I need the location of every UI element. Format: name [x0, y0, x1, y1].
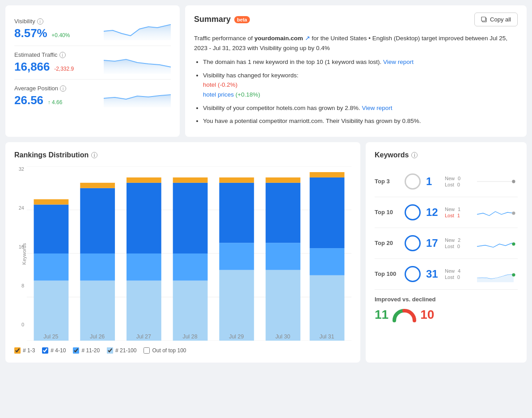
legend-checkbox-21-100[interactable]	[107, 347, 113, 354]
keywords-top10-section: Top 10 12 New 1 Lost 1	[375, 197, 518, 228]
summary-title: Summary beta	[194, 15, 250, 24]
top3-sparkline	[477, 173, 518, 190]
bar-jul31-11-20	[310, 248, 345, 275]
legend-out-top100: Out of top 100	[144, 347, 186, 354]
svg-point-18	[512, 273, 515, 276]
bar-jul26-11-20	[80, 253, 115, 281]
hotel-prices-change: (+0.18%)	[236, 91, 260, 98]
bar-jul27-1-3	[127, 177, 161, 183]
bar-jul30-11-20	[266, 243, 300, 270]
keywords-info-icon[interactable]: i	[411, 152, 418, 158]
improved-vs-declined-section: Improved vs. declined 11 10	[375, 290, 518, 323]
visibility-change: +0.40%	[51, 32, 70, 38]
keywords-panel: Keywords i Top 3 1 New 0 Lost 0	[366, 142, 527, 363]
bar-jul29-11-20	[219, 243, 254, 270]
improved-count: 11	[375, 308, 388, 322]
position-change: ↑ 4.66	[48, 99, 63, 106]
top20-sparkline	[477, 234, 518, 252]
bar-jul29-4-10	[219, 183, 254, 243]
top3-circle	[405, 173, 421, 190]
bar-jul30-21-100	[266, 270, 300, 341]
legend-1-3: # 1-3	[14, 347, 35, 354]
bar-jul31-1-3	[310, 172, 345, 177]
visibility-label: Visibility	[14, 18, 35, 25]
legend-21-100: # 21-100	[107, 347, 136, 354]
bar-jul30-4-10	[266, 183, 300, 243]
hotel-prices-keyword-link[interactable]: hotel prices	[203, 91, 234, 98]
top20-value: 17	[426, 237, 439, 249]
legend-checkbox-out-100[interactable]	[144, 347, 150, 354]
position-info-icon[interactable]: i	[60, 85, 66, 92]
top3-new-lost: New 0 Lost 0	[445, 176, 472, 187]
metrics-panel: Visibility i 8.57% +0.40%	[5, 5, 180, 137]
hotel-change: (-0.2%)	[218, 81, 237, 88]
svg-text:Jul 31: Jul 31	[319, 333, 334, 339]
rankings-title: Rankings Distribution i	[14, 151, 351, 159]
position-label: Average Position	[14, 85, 58, 92]
bar-jul28-21-100	[173, 280, 208, 340]
svg-point-16	[512, 211, 515, 215]
bar-jul28-11-20	[173, 253, 208, 281]
top10-value: 12	[426, 206, 439, 219]
summary-intro: Traffic performance of yourdomain.com ↗ …	[194, 34, 518, 53]
svg-text:Jul 29: Jul 29	[229, 333, 244, 339]
bar-jul25-1-3	[34, 199, 69, 204]
traffic-info-icon[interactable]: i	[59, 52, 66, 58]
svg-text:Jul 28: Jul 28	[182, 333, 197, 339]
traffic-change: -2,332.9	[54, 66, 74, 72]
traffic-metric: Estimated Traffic i 16,866 -2,332.9	[14, 46, 171, 80]
keywords-top3-section: Top 3 1 New 0 Lost 0	[375, 166, 518, 197]
bar-jul29-1-3	[219, 177, 254, 183]
position-sparkline	[104, 85, 171, 107]
improved-vs-declined-title: Improved vs. declined	[375, 296, 518, 303]
legend-checkbox-4-10[interactable]	[42, 347, 48, 354]
bar-jul27-21-100	[127, 280, 161, 340]
top3-value: 1	[426, 175, 439, 188]
position-metric: Average Position i 26.56 ↑ 4.66	[14, 80, 171, 113]
position-value: 26.56	[14, 93, 43, 107]
legend-checkbox-11-20[interactable]	[73, 347, 79, 354]
bullet-1: The domain has 1 new keyword in the top …	[203, 57, 518, 67]
top100-value: 31	[426, 268, 439, 280]
visibility-info-icon[interactable]: i	[37, 18, 43, 25]
traffic-value: 16,866	[14, 60, 50, 73]
bar-jul31-21-100	[310, 275, 345, 341]
domain-link[interactable]: ↗	[305, 35, 310, 42]
chart-legend: # 1-3 # 4-10 # 11-20 # 21-100 Out of top…	[14, 347, 351, 354]
beta-badge: beta	[234, 16, 250, 23]
bar-jul30-1-3	[266, 177, 300, 183]
top10-circle	[405, 204, 421, 220]
legend-checkbox-1-3[interactable]	[14, 347, 21, 354]
top10-new-lost: New 1 Lost 1	[445, 207, 472, 218]
view-report-link-2[interactable]: View report	[362, 105, 392, 111]
rankings-chart: Jul 25 Jul 26 Jul 27 Jul 28 Jul 29 Jul 3…	[27, 166, 351, 341]
top10-sparkline	[477, 203, 518, 221]
view-report-link-1[interactable]: View report	[383, 59, 414, 65]
svg-text:Jul 25: Jul 25	[43, 333, 58, 339]
summary-body: Traffic performance of yourdomain.com ↗ …	[194, 34, 518, 126]
traffic-sparkline	[104, 51, 171, 74]
visibility-value: 8.57%	[14, 26, 47, 40]
summary-header: Summary beta Copy all	[194, 13, 518, 26]
svg-text:Jul 30: Jul 30	[275, 333, 290, 339]
legend-4-10: # 4-10	[42, 347, 66, 354]
top100-new-lost: New 4 Lost 0	[445, 268, 472, 280]
top10-title: Top 10	[375, 209, 399, 215]
hotel-keyword-link[interactable]: hotel	[203, 81, 216, 88]
rankings-info-icon[interactable]: i	[91, 152, 97, 158]
bar-jul28-1-3	[173, 177, 208, 183]
top20-title: Top 20	[375, 240, 399, 246]
summary-bullets: The domain has 1 new keyword in the top …	[203, 57, 518, 126]
top100-sparkline	[477, 265, 518, 283]
copy-all-button[interactable]: Copy all	[474, 13, 518, 26]
visibility-metric: Visibility i 8.57% +0.40%	[14, 13, 171, 46]
bar-jul25-11-20	[34, 253, 69, 281]
top100-circle	[405, 266, 421, 282]
traffic-label: Estimated Traffic	[14, 51, 58, 58]
keywords-title: Keywords i	[375, 151, 518, 159]
svg-text:Jul 27: Jul 27	[136, 333, 151, 339]
bar-jul27-4-10	[127, 183, 161, 253]
top20-new-lost: New 2 Lost 0	[445, 237, 472, 249]
bar-jul25-4-10	[34, 204, 69, 253]
gauge-chart	[392, 307, 417, 323]
